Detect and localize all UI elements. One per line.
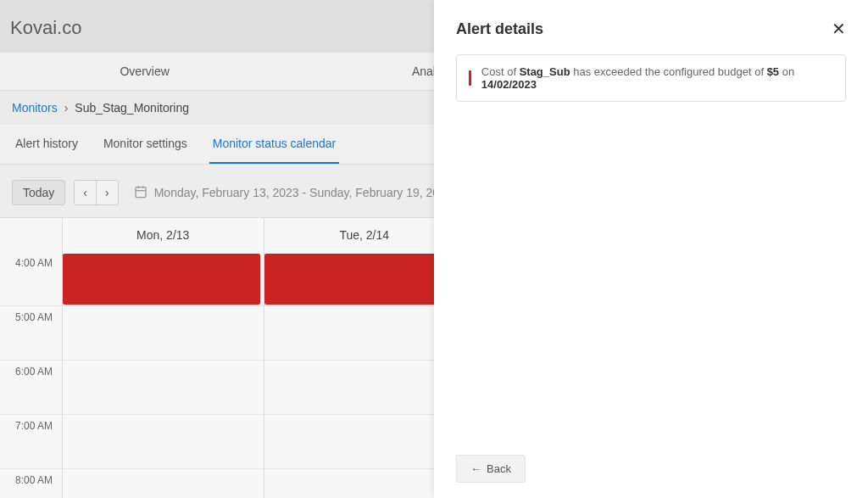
calendar-event[interactable] (264, 254, 462, 305)
time-label: 7:00 AM (0, 415, 62, 469)
subtab-alert-history[interactable]: Alert history (12, 125, 81, 164)
alert-details-panel: Alert details ✕ Cost of Stag_Sub has exc… (434, 0, 868, 498)
time-label: 5:00 AM (0, 306, 62, 361)
svg-rect-0 (136, 187, 146, 197)
time-label: 8:00 AM (0, 469, 62, 498)
calendar-event[interactable] (63, 254, 260, 305)
time-label: 4:00 AM (0, 252, 62, 306)
breadcrumb-monitors[interactable]: Monitors (12, 101, 58, 115)
arrow-left-icon: ← (470, 462, 481, 475)
date-range-label: Monday, February 13, 2023 - Sunday, Febr… (154, 186, 453, 199)
back-button[interactable]: ← Back (456, 455, 526, 483)
subtab-monitor-settings[interactable]: Monitor settings (100, 125, 191, 164)
alert-card: Cost of Stag_Sub has exceeded the config… (456, 54, 846, 102)
tab-overview[interactable]: Overview (0, 53, 289, 90)
day-header: Mon, 2/13 (63, 218, 264, 252)
close-icon: ✕ (832, 20, 846, 38)
breadcrumb-current: Sub_Stag_Monitoring (75, 101, 189, 115)
next-week-button[interactable]: › (97, 181, 118, 204)
calendar-icon (134, 185, 147, 201)
alert-message: Cost of Stag_Sub has exceeded the config… (481, 65, 833, 91)
today-button[interactable]: Today (12, 180, 65, 205)
panel-title: Alert details (456, 20, 543, 38)
time-label: 6:00 AM (0, 361, 62, 415)
chevron-right-icon: › (64, 101, 69, 115)
alert-severity-stripe (469, 70, 471, 86)
subtab-monitor-calendar[interactable]: Monitor status calendar (209, 125, 340, 164)
prev-week-button[interactable]: ‹ (75, 181, 97, 204)
close-button[interactable]: ✕ (832, 19, 846, 39)
